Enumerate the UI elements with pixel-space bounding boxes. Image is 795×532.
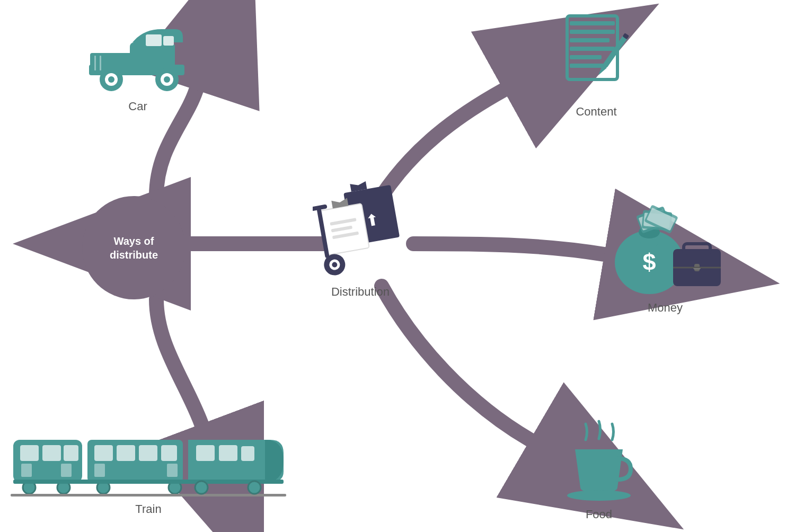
svg-rect-23: [21, 464, 32, 477]
svg-rect-57: [570, 38, 610, 42]
train-icon: [11, 429, 286, 498]
svg-rect-22: [64, 445, 78, 461]
svg-text:$: $: [642, 249, 656, 276]
svg-rect-38: [241, 446, 254, 461]
svg-rect-55: [570, 21, 615, 25]
content-label: Content: [576, 105, 616, 119]
svg-rect-39: [13, 480, 284, 484]
svg-point-79: [567, 490, 631, 501]
svg-rect-20: [20, 445, 39, 461]
money-label: Money: [648, 301, 683, 315]
svg-rect-9: [163, 36, 174, 46]
money-bag-icon: $: [604, 201, 726, 297]
car-icon: [80, 26, 196, 95]
svg-rect-58: [570, 47, 615, 51]
svg-rect-18: [100, 56, 101, 70]
svg-rect-24: [61, 464, 72, 477]
content-icon-container: Content: [556, 11, 636, 119]
svg-rect-37: [219, 445, 237, 461]
svg-point-13: [108, 76, 114, 83]
svg-point-41: [195, 481, 208, 494]
content-document-icon: [556, 11, 636, 101]
svg-rect-32: [94, 464, 105, 477]
svg-rect-59: [570, 55, 602, 59]
food-label: Food: [586, 508, 612, 521]
svg-rect-56: [570, 30, 615, 34]
svg-rect-30: [139, 445, 157, 461]
distribution-icon-container: ⬆ Distribution: [313, 175, 408, 299]
svg-rect-60: [570, 64, 607, 68]
svg-rect-75: [684, 244, 710, 253]
food-icon-container: Food: [556, 419, 641, 521]
diagram-container: Car Ways ofdistribute: [0, 0, 795, 532]
car-label: Car: [128, 100, 147, 113]
svg-rect-36: [196, 445, 215, 461]
svg-rect-8: [146, 34, 162, 46]
svg-rect-28: [94, 445, 113, 461]
svg-rect-17: [94, 56, 96, 70]
ways-of-distribute-circle: Car Ways ofdistribute: [82, 196, 186, 299]
food-cup-icon: [556, 419, 641, 503]
svg-rect-40: [11, 494, 286, 496]
distribution-label: Distribution: [331, 285, 390, 299]
svg-rect-21: [42, 445, 61, 461]
car-icon-container: Car: [80, 26, 196, 113]
svg-point-16: [164, 76, 170, 83]
train-label: Train: [135, 502, 161, 516]
train-icon-container: Train: [11, 429, 286, 516]
money-icon-container: $ Money: [604, 201, 726, 315]
svg-point-42: [248, 481, 261, 494]
distribution-cart-icon: ⬆: [313, 175, 408, 281]
svg-rect-31: [161, 445, 177, 461]
svg-rect-33: [167, 464, 178, 477]
svg-rect-29: [117, 445, 135, 461]
